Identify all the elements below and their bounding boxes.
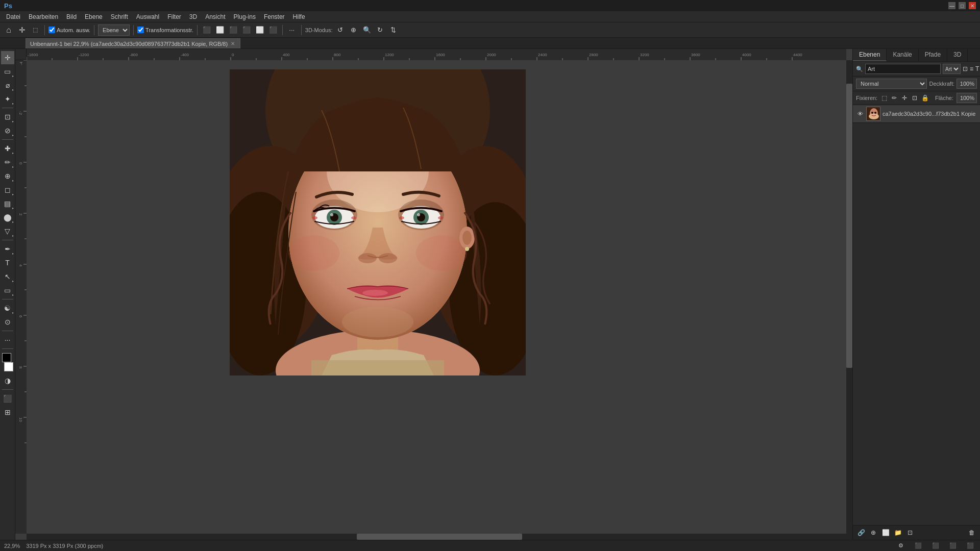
align-center-h-button[interactable]: ⬜ xyxy=(214,24,226,36)
3d-zoom-button[interactable]: 🔍 xyxy=(361,24,373,36)
pen-tool[interactable]: ✒▸ xyxy=(1,242,14,256)
blur-tool[interactable]: ⬤▸ xyxy=(1,211,14,224)
layer-item[interactable]: 👁 ca7aedc30a2d3c90...f73db2b1 Kopie xyxy=(853,105,980,123)
ebene-select[interactable]: Ebene xyxy=(98,24,130,36)
lasso-tool[interactable]: ⌀▸ xyxy=(1,79,14,92)
minimize-button[interactable]: — xyxy=(948,2,955,9)
tab-close-button[interactable]: ✕ xyxy=(231,41,235,46)
blend-mode-select[interactable]: Normal xyxy=(856,79,927,89)
menu-filter[interactable]: Filter xyxy=(163,12,185,21)
add-group-button[interactable]: 📁 xyxy=(893,528,903,538)
align-left-button[interactable]: ⬛ xyxy=(201,24,212,36)
extra-tool[interactable]: ··· xyxy=(1,333,14,346)
move-tool[interactable]: ✛ xyxy=(1,51,14,64)
align-center-v-button[interactable]: ⬜ xyxy=(254,24,265,36)
background-color[interactable] xyxy=(4,362,13,371)
3d-rotate-button[interactable]: ↺ xyxy=(335,24,346,36)
eyedropper-tool[interactable]: ⊘▸ xyxy=(1,124,14,137)
status-extra-4[interactable]: ⬛ xyxy=(965,540,976,552)
layer-visibility-eye[interactable]: 👁 xyxy=(856,110,864,118)
align-bottom-button[interactable]: ⬛ xyxy=(267,24,279,36)
home-button[interactable]: ⌂ xyxy=(3,24,14,36)
search-icon: 🔍 xyxy=(856,66,863,72)
3d-roll-button[interactable]: ↻ xyxy=(375,24,386,36)
tab-3d[interactable]: 3D xyxy=(947,49,968,61)
link-layers-button[interactable]: 🔗 xyxy=(856,528,866,538)
menu-hilfe[interactable]: Hilfe xyxy=(289,12,309,21)
document-tab[interactable]: Unbenannt-1 bei 22,9% (ca7aedc30a2d3c90d… xyxy=(26,38,240,48)
menu-auswahl[interactable]: Auswahl xyxy=(132,12,163,21)
panel-icon-1[interactable]: T xyxy=(975,64,979,74)
menu-bild[interactable]: Bild xyxy=(62,12,81,21)
tab-ebenen[interactable]: Ebenen xyxy=(853,49,887,61)
status-extra-3[interactable]: ⬛ xyxy=(947,540,959,552)
marquee-tool[interactable]: ▭▸ xyxy=(1,65,14,78)
quick-mask-button[interactable]: ◑ xyxy=(1,374,14,387)
screen-mode-button[interactable]: ⬛ xyxy=(1,392,14,405)
svg-point-84 xyxy=(416,235,467,271)
shape-tool[interactable]: ▭▸ xyxy=(1,284,14,297)
menu-ebene[interactable]: Ebene xyxy=(81,12,107,21)
brush-tool[interactable]: ✏▸ xyxy=(1,156,14,169)
transform-checkbox[interactable] xyxy=(137,27,144,33)
more-options-button[interactable]: ··· xyxy=(286,24,298,36)
lock-position-button[interactable]: ✛ xyxy=(901,93,908,103)
panel-filter-icon[interactable]: ≡ xyxy=(970,64,973,74)
new-layer-button[interactable]: ⊡ xyxy=(905,528,915,538)
menu-ansicht[interactable]: Ansicht xyxy=(201,12,229,21)
foreground-color[interactable] xyxy=(2,353,11,362)
move-tool-button[interactable]: ✛ xyxy=(16,24,28,36)
menu-3d[interactable]: 3D xyxy=(185,12,201,21)
vertical-scrollbar[interactable] xyxy=(846,60,852,534)
menu-bearbeiten[interactable]: Bearbeiten xyxy=(24,12,62,21)
magic-wand-tool[interactable]: ✦▸ xyxy=(1,92,14,106)
canvas-area[interactable]: -1600 -1200 -800 -400 0 400 800 xyxy=(15,49,852,540)
status-extra-1[interactable]: ⬛ xyxy=(913,540,924,552)
menu-fenster[interactable]: Fenster xyxy=(260,12,289,21)
gradient-tool[interactable]: ▤▸ xyxy=(1,197,14,210)
lock-artboard-button[interactable]: ⊡ xyxy=(911,93,918,103)
opacity-input[interactable] xyxy=(957,79,977,89)
tab-kanaele[interactable]: Kanäle xyxy=(887,49,918,61)
crop-tool[interactable]: ⊡▸ xyxy=(1,110,14,123)
align-top-button[interactable]: ⬛ xyxy=(241,24,252,36)
title-bar: Ps — □ ✕ xyxy=(0,0,980,11)
svg-point-94 xyxy=(417,213,420,216)
canvas-image xyxy=(230,69,526,375)
title-bar-controls[interactable]: — □ ✕ xyxy=(948,2,976,9)
menu-plugins[interactable]: Plug-ins xyxy=(230,12,260,21)
add-mask-button[interactable]: ⬜ xyxy=(880,528,891,538)
panel-new-group-icon[interactable]: ⊡ xyxy=(963,64,968,74)
tab-pfade[interactable]: Pfade xyxy=(919,49,947,61)
horizontal-scrollbar[interactable] xyxy=(27,534,852,540)
lock-pixels-button[interactable]: ✏ xyxy=(891,93,898,103)
maximize-button[interactable]: □ xyxy=(959,2,966,9)
stamp-tool[interactable]: ⊕▸ xyxy=(1,169,14,183)
menu-datei[interactable]: Datei xyxy=(2,12,24,21)
zoom-tool[interactable]: ⊙ xyxy=(1,315,14,329)
dodge-tool[interactable]: ▽▸ xyxy=(1,224,14,238)
fill-input[interactable] xyxy=(957,93,977,103)
hand-tool[interactable]: ☯▸ xyxy=(1,302,14,315)
add-adjustment-button[interactable]: ⊕ xyxy=(868,528,878,538)
lock-all-button[interactable]: 🔒 xyxy=(921,93,929,103)
layer-search-input[interactable] xyxy=(865,64,941,74)
path-selection-tool[interactable]: ↖▸ xyxy=(1,270,14,283)
artboard-button[interactable]: ⬚ xyxy=(30,24,41,36)
delete-layer-button[interactable]: 🗑 xyxy=(967,528,977,538)
lock-transparent-button[interactable]: ⬚ xyxy=(880,93,888,103)
menu-schrift[interactable]: Schrift xyxy=(107,12,132,21)
auto-transform-checkbox[interactable] xyxy=(48,27,55,33)
3d-walk-button[interactable]: ⇅ xyxy=(388,24,399,36)
eraser-tool[interactable]: ◻▸ xyxy=(1,183,14,196)
align-right-button[interactable]: ⬛ xyxy=(228,24,239,36)
healing-tool[interactable]: ✚▸ xyxy=(1,142,14,155)
status-settings-button[interactable]: ⚙ xyxy=(895,540,906,552)
artboards-button[interactable]: ⊞ xyxy=(1,406,14,419)
status-extra-2[interactable]: ⬛ xyxy=(930,540,941,552)
text-tool[interactable]: T xyxy=(1,256,14,269)
3d-pan-button[interactable]: ⊕ xyxy=(348,24,359,36)
layer-filter-select[interactable]: Art xyxy=(943,64,961,74)
close-button[interactable]: ✕ xyxy=(969,2,976,9)
panel-bottom-actions: 🔗 ⊕ ⬜ 📁 ⊡ 🗑 xyxy=(853,525,980,540)
